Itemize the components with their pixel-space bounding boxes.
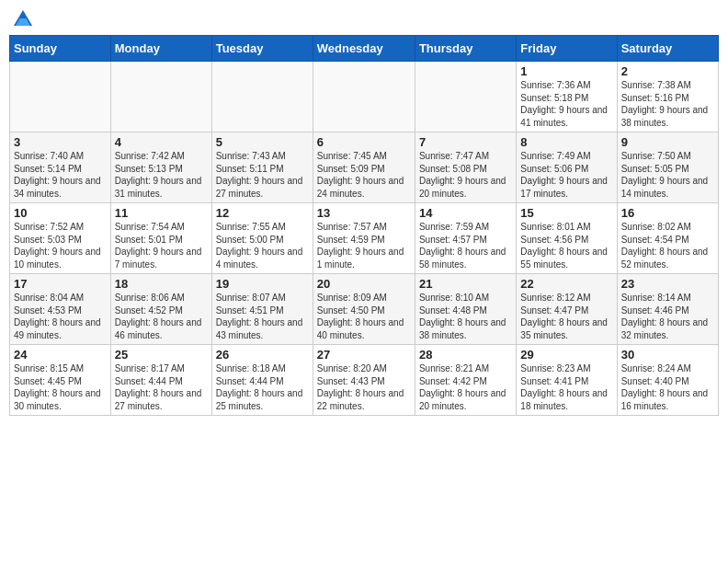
calendar-cell: 10Sunrise: 7:52 AM Sunset: 5:03 PM Dayli… <box>10 203 111 274</box>
day-number: 7 <box>419 135 512 149</box>
day-info: Sunrise: 7:40 AM Sunset: 5:14 PM Dayligh… <box>14 150 107 200</box>
calendar-cell: 12Sunrise: 7:55 AM Sunset: 5:00 PM Dayli… <box>211 203 313 274</box>
day-number: 29 <box>520 348 612 362</box>
day-info: Sunrise: 7:38 AM Sunset: 5:16 PM Dayligh… <box>621 79 714 129</box>
day-info: Sunrise: 7:52 AM Sunset: 5:03 PM Dayligh… <box>14 221 107 270</box>
day-number: 18 <box>115 277 208 291</box>
day-number: 15 <box>520 206 612 220</box>
day-number: 27 <box>317 348 411 362</box>
calendar-cell: 30Sunrise: 8:24 AM Sunset: 4:40 PM Dayli… <box>617 345 718 416</box>
day-info: Sunrise: 8:09 AM Sunset: 4:50 PM Dayligh… <box>317 292 411 341</box>
calendar-header-row: SundayMondayTuesdayWednesdayThursdayFrid… <box>10 36 719 62</box>
calendar-cell: 14Sunrise: 7:59 AM Sunset: 4:57 PM Dayli… <box>415 203 516 274</box>
weekday-header: Wednesday <box>313 36 415 62</box>
day-number: 19 <box>216 277 309 291</box>
day-number: 22 <box>520 277 612 291</box>
calendar-cell: 26Sunrise: 8:18 AM Sunset: 4:44 PM Dayli… <box>211 345 313 416</box>
day-info: Sunrise: 7:36 AM Sunset: 5:18 PM Dayligh… <box>520 79 612 129</box>
day-number: 16 <box>621 206 714 220</box>
day-number: 10 <box>14 206 107 220</box>
day-info: Sunrise: 8:07 AM Sunset: 4:51 PM Dayligh… <box>216 292 309 341</box>
calendar-cell: 20Sunrise: 8:09 AM Sunset: 4:50 PM Dayli… <box>313 274 415 345</box>
day-info: Sunrise: 7:59 AM Sunset: 4:57 PM Dayligh… <box>419 221 512 270</box>
day-number: 24 <box>14 348 107 362</box>
day-number: 9 <box>621 135 714 149</box>
day-number: 12 <box>216 206 309 220</box>
day-info: Sunrise: 8:06 AM Sunset: 4:52 PM Dayligh… <box>115 292 208 341</box>
day-number: 11 <box>115 206 208 220</box>
day-number: 3 <box>14 135 107 149</box>
calendar-cell: 3Sunrise: 7:40 AM Sunset: 5:14 PM Daylig… <box>10 132 111 203</box>
day-info: Sunrise: 7:57 AM Sunset: 4:59 PM Dayligh… <box>317 221 411 270</box>
day-number: 4 <box>115 135 208 149</box>
day-info: Sunrise: 7:42 AM Sunset: 5:13 PM Dayligh… <box>115 150 208 200</box>
calendar-week-row: 24Sunrise: 8:15 AM Sunset: 4:45 PM Dayli… <box>10 345 719 416</box>
day-number: 14 <box>419 206 512 220</box>
calendar-cell: 21Sunrise: 8:10 AM Sunset: 4:48 PM Dayli… <box>415 274 516 345</box>
calendar-cell: 13Sunrise: 7:57 AM Sunset: 4:59 PM Dayli… <box>313 203 415 274</box>
calendar-cell: 23Sunrise: 8:14 AM Sunset: 4:46 PM Dayli… <box>617 274 718 345</box>
calendar-cell: 19Sunrise: 8:07 AM Sunset: 4:51 PM Dayli… <box>211 274 313 345</box>
day-info: Sunrise: 8:21 AM Sunset: 4:42 PM Dayligh… <box>419 362 512 412</box>
day-number: 25 <box>115 348 208 362</box>
day-info: Sunrise: 8:20 AM Sunset: 4:43 PM Dayligh… <box>317 362 411 412</box>
day-info: Sunrise: 8:12 AM Sunset: 4:47 PM Dayligh… <box>520 292 612 341</box>
calendar-cell: 24Sunrise: 8:15 AM Sunset: 4:45 PM Dayli… <box>10 345 111 416</box>
weekday-header: Friday <box>517 36 617 62</box>
calendar-cell: 28Sunrise: 8:21 AM Sunset: 4:42 PM Dayli… <box>415 345 516 416</box>
calendar-cell: 11Sunrise: 7:54 AM Sunset: 5:01 PM Dayli… <box>110 203 211 274</box>
logo <box>13 9 37 28</box>
calendar-cell: 17Sunrise: 8:04 AM Sunset: 4:53 PM Dayli… <box>10 274 111 345</box>
calendar-cell: 7Sunrise: 7:47 AM Sunset: 5:08 PM Daylig… <box>415 132 516 203</box>
weekday-header: Saturday <box>617 36 718 62</box>
day-info: Sunrise: 7:47 AM Sunset: 5:08 PM Dayligh… <box>419 150 512 200</box>
day-number: 17 <box>14 277 107 291</box>
weekday-header: Thursday <box>415 36 516 62</box>
calendar-table: SundayMondayTuesdayWednesdayThursdayFrid… <box>9 35 719 416</box>
day-number: 2 <box>621 64 714 78</box>
calendar-cell: 5Sunrise: 7:43 AM Sunset: 5:11 PM Daylig… <box>211 132 313 203</box>
weekday-header: Monday <box>110 36 211 62</box>
calendar-week-row: 10Sunrise: 7:52 AM Sunset: 5:03 PM Dayli… <box>10 203 719 274</box>
day-info: Sunrise: 8:02 AM Sunset: 4:54 PM Dayligh… <box>621 221 714 270</box>
calendar-cell: 16Sunrise: 8:02 AM Sunset: 4:54 PM Dayli… <box>617 203 718 274</box>
calendar-cell <box>110 62 211 132</box>
day-info: Sunrise: 8:23 AM Sunset: 4:41 PM Dayligh… <box>520 362 612 412</box>
day-info: Sunrise: 7:50 AM Sunset: 5:05 PM Dayligh… <box>621 150 714 200</box>
calendar-cell: 29Sunrise: 8:23 AM Sunset: 4:41 PM Dayli… <box>517 345 617 416</box>
calendar-cell: 15Sunrise: 8:01 AM Sunset: 4:56 PM Dayli… <box>517 203 617 274</box>
day-info: Sunrise: 7:49 AM Sunset: 5:06 PM Dayligh… <box>520 150 612 200</box>
day-info: Sunrise: 8:17 AM Sunset: 4:44 PM Dayligh… <box>115 362 208 412</box>
day-number: 26 <box>216 348 309 362</box>
day-number: 5 <box>216 135 309 149</box>
calendar-week-row: 1Sunrise: 7:36 AM Sunset: 5:18 PM Daylig… <box>10 62 719 132</box>
day-info: Sunrise: 7:43 AM Sunset: 5:11 PM Dayligh… <box>216 150 309 200</box>
day-number: 1 <box>520 64 612 78</box>
page-header <box>9 9 719 28</box>
day-number: 30 <box>621 348 714 362</box>
weekday-header: Tuesday <box>211 36 313 62</box>
calendar-cell: 8Sunrise: 7:49 AM Sunset: 5:06 PM Daylig… <box>517 132 617 203</box>
calendar-cell: 1Sunrise: 7:36 AM Sunset: 5:18 PM Daylig… <box>517 62 617 132</box>
day-info: Sunrise: 8:04 AM Sunset: 4:53 PM Dayligh… <box>14 292 107 341</box>
day-info: Sunrise: 8:10 AM Sunset: 4:48 PM Dayligh… <box>419 292 512 341</box>
calendar-cell: 6Sunrise: 7:45 AM Sunset: 5:09 PM Daylig… <box>313 132 415 203</box>
day-info: Sunrise: 8:24 AM Sunset: 4:40 PM Dayligh… <box>621 362 714 412</box>
day-info: Sunrise: 7:45 AM Sunset: 5:09 PM Dayligh… <box>317 150 411 200</box>
calendar-cell: 22Sunrise: 8:12 AM Sunset: 4:47 PM Dayli… <box>517 274 617 345</box>
day-info: Sunrise: 8:14 AM Sunset: 4:46 PM Dayligh… <box>621 292 714 341</box>
calendar-week-row: 17Sunrise: 8:04 AM Sunset: 4:53 PM Dayli… <box>10 274 719 345</box>
weekday-header: Sunday <box>10 36 111 62</box>
calendar-cell: 18Sunrise: 8:06 AM Sunset: 4:52 PM Dayli… <box>110 274 211 345</box>
calendar-cell <box>10 62 111 132</box>
calendar-cell <box>211 62 313 132</box>
day-info: Sunrise: 8:18 AM Sunset: 4:44 PM Dayligh… <box>216 362 309 412</box>
calendar-cell <box>415 62 516 132</box>
day-number: 6 <box>317 135 411 149</box>
calendar-cell: 4Sunrise: 7:42 AM Sunset: 5:13 PM Daylig… <box>110 132 211 203</box>
day-number: 23 <box>621 277 714 291</box>
calendar-cell <box>313 62 415 132</box>
logo-icon <box>13 9 33 28</box>
day-info: Sunrise: 8:15 AM Sunset: 4:45 PM Dayligh… <box>14 362 107 412</box>
day-number: 21 <box>419 277 512 291</box>
